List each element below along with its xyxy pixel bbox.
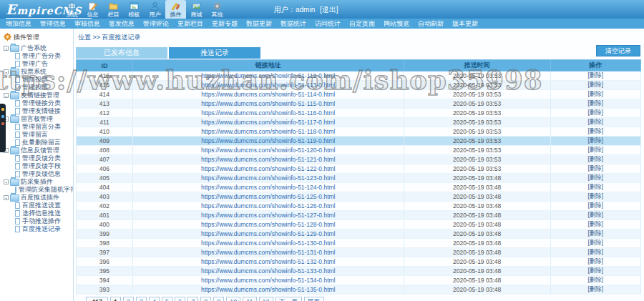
url-link[interactable]: https://www.dumcms.com/showinfo-51-127-0…	[201, 212, 336, 219]
subnav-link[interactable]: 访问统计	[315, 19, 341, 29]
table-row[interactable]: 398https://www.dumcms.com/showinfo-51-13…	[77, 239, 641, 248]
url-link[interactable]: https://www.dumcms.com/showinfo-51-133-0…	[201, 267, 336, 275]
url-link[interactable]: https://www.dumcms.com/showinfo-51-120-0…	[201, 147, 336, 154]
delete-link[interactable]: [删除]	[588, 257, 604, 265]
url-link[interactable]: https://www.dumcms.com/showinfo-51-132-0…	[201, 258, 336, 265]
url-link[interactable]: https://www.dumcms.com/showinfo-51-114-0…	[201, 91, 335, 98]
subnav-link[interactable]: 自动刷新	[418, 19, 444, 29]
page-link[interactable]: 7	[187, 297, 198, 301]
subnav-link[interactable]: 自定页面	[349, 19, 375, 29]
subnav-link[interactable]: 增加信息	[6, 19, 31, 29]
url-link[interactable]: https://www.dumcms.com/showinfo-51-117-0…	[201, 119, 335, 126]
subnav-link[interactable]: 更新栏目	[177, 19, 203, 29]
table-row[interactable]: 399https://www.dumcms.com/showinfo-51-12…	[77, 230, 641, 239]
subnav-link[interactable]: 管理信息	[40, 19, 66, 29]
table-row[interactable]: 394https://www.dumcms.com/showinfo-51-13…	[77, 276, 641, 285]
delete-link[interactable]: [删除]	[588, 118, 604, 125]
delete-link[interactable]: [删除]	[588, 239, 604, 246]
clear-records-button[interactable]: 清空记录	[596, 45, 640, 56]
table-row[interactable]: 410https://www.dumcms.com/showinfo-51-11…	[77, 127, 641, 137]
table-row[interactable]: 414https://www.dumcms.com/showinfo-51-11…	[77, 90, 641, 99]
table-row[interactable]: 397https://www.dumcms.com/showinfo-51-13…	[77, 248, 641, 257]
page-link[interactable]: 8	[200, 297, 211, 301]
tab-push-records[interactable]: 推送记录	[169, 47, 260, 59]
topnav-item-pencil[interactable]: 信息	[82, 0, 103, 19]
subnav-link[interactable]: 审核信息	[74, 19, 100, 29]
page-link[interactable]: 1	[110, 297, 121, 301]
table-row[interactable]: 411https://www.dumcms.com/showinfo-51-11…	[77, 118, 641, 127]
table-row[interactable]: 415https://www.dumcms.com/showinfo-51-11…	[77, 81, 641, 90]
url-link[interactable]: https://www.dumcms.com/showinfo-51-130-0…	[201, 240, 336, 247]
url-link[interactable]: https://www.dumcms.com/showinfo-51-134-0…	[201, 277, 336, 284]
table-row[interactable]: 407https://www.dumcms.com/showinfo-51-12…	[77, 155, 641, 164]
topnav-item-plugin[interactable]: 插件	[165, 0, 186, 19]
delete-link[interactable]: [删除]	[588, 127, 604, 134]
topnav-item-template[interactable]: 模板	[124, 0, 145, 19]
url-link[interactable]: https://www.dumcms.com/showinfo-51-129-0…	[201, 230, 336, 237]
url-link[interactable]: https://www.dumcms.com/showinfo-51-124-0…	[201, 184, 336, 191]
topnav-item-folder[interactable]: 栏目	[103, 0, 124, 19]
url-link[interactable]: https://www.dumcms.com/showinfo-51-121-0…	[201, 156, 336, 163]
subnav-link[interactable]: 版本更新	[452, 19, 478, 29]
table-row[interactable]: 404https://www.dumcms.com/showinfo-51-12…	[77, 183, 641, 192]
collapse-icon[interactable]: -	[4, 69, 9, 74]
last-page-link[interactable]: 尾页	[304, 297, 324, 301]
page-link[interactable]: 11	[243, 297, 256, 301]
logout-link[interactable]: [退出]	[320, 6, 338, 14]
url-link[interactable]: https://www.dumcms.com/showinfo-51-119-0…	[201, 137, 335, 144]
table-row[interactable]: 400https://www.dumcms.com/showinfo-51-12…	[77, 220, 641, 230]
collapse-icon[interactable]: -	[4, 179, 9, 184]
url-link[interactable]: https://www.dumcms.com/showinfo-51-135-0…	[201, 286, 336, 293]
delete-link[interactable]: [删除]	[588, 202, 604, 209]
delete-link[interactable]: [删除]	[588, 285, 604, 292]
delete-link[interactable]: [删除]	[588, 146, 604, 153]
url-link[interactable]: https://www.dumcms.com/showinfo-51-123-0…	[201, 174, 336, 182]
table-row[interactable]: 396https://www.dumcms.com/showinfo-51-13…	[77, 257, 641, 267]
subnav-link[interactable]: 数据统计	[280, 19, 306, 29]
delete-link[interactable]: [删除]	[588, 99, 604, 107]
table-row[interactable]: 405https://www.dumcms.com/showinfo-51-12…	[77, 174, 641, 183]
url-link[interactable]: https://www.dumcms.com/showinfo-51-122-0…	[201, 165, 336, 172]
collapse-icon[interactable]: -	[4, 93, 9, 98]
table-row[interactable]: 409https://www.dumcms.com/showinfo-51-11…	[77, 137, 641, 146]
delete-link[interactable]: [删除]	[588, 109, 604, 116]
next-page-link[interactable]: 下一页	[275, 297, 302, 301]
url-link[interactable]: https://www.dumcms.com/showinfo-51-115-0…	[201, 100, 335, 107]
url-link[interactable]: https://www.dumcms.com/showinfo-51-126-0…	[201, 202, 336, 209]
url-link[interactable]: https://www.dumcms.com/showinfo-51-113-0…	[201, 82, 335, 89]
delete-link[interactable]: [删除]	[588, 248, 604, 255]
topnav-item-picture[interactable]: 商城	[186, 0, 207, 19]
table-row[interactable]: 408https://www.dumcms.com/showinfo-51-12…	[77, 146, 641, 155]
table-row[interactable]: 395https://www.dumcms.com/showinfo-51-13…	[77, 267, 641, 276]
page-link[interactable]: 10	[226, 297, 240, 301]
delete-link[interactable]: [删除]	[588, 71, 604, 79]
delete-link[interactable]: [删除]	[588, 137, 604, 144]
table-row[interactable]: 412https://www.dumcms.com/showinfo-51-11…	[77, 109, 641, 118]
subnav-link[interactable]: 数据更新	[246, 19, 272, 29]
delete-link[interactable]: [删除]	[588, 183, 604, 190]
page-link[interactable]: 5	[162, 297, 172, 301]
delete-link[interactable]: [删除]	[588, 192, 604, 199]
tree-item[interactable]: 百度推送记录	[0, 225, 73, 233]
url-link[interactable]: https://www.dumcms.com/showinfo-51-131-0…	[201, 249, 336, 256]
page-link[interactable]: 2	[123, 297, 134, 301]
delete-link[interactable]: [删除]	[588, 164, 604, 172]
table-row[interactable]: 393https://www.dumcms.com/showinfo-51-13…	[77, 285, 641, 295]
subnav-link[interactable]: 签发信息	[109, 19, 135, 29]
tab-published-info[interactable]: 已发布信息	[76, 47, 167, 59]
topnav-item-globe[interactable]: 系统	[62, 0, 82, 19]
url-link[interactable]: https://www.dumcms.com/showinfo-51-112-0…	[201, 72, 335, 79]
collapse-icon[interactable]: -	[4, 46, 9, 51]
delete-link[interactable]: [删除]	[588, 211, 604, 218]
page-link[interactable]: 4	[149, 297, 160, 301]
url-link[interactable]: https://www.dumcms.com/showinfo-51-118-0…	[201, 128, 335, 135]
topnav-item-user[interactable]: 用户	[145, 0, 165, 19]
delete-link[interactable]: [删除]	[588, 267, 604, 274]
delete-link[interactable]: [删除]	[588, 90, 604, 97]
tree-root[interactable]: 插件管理	[0, 29, 73, 44]
subnav-link[interactable]: 网站预览	[384, 19, 409, 29]
url-link[interactable]: https://www.dumcms.com/showinfo-51-116-0…	[201, 109, 335, 117]
topnav-item-gear[interactable]: 其他	[207, 0, 228, 19]
delete-link[interactable]: [删除]	[588, 155, 604, 162]
subnav-link[interactable]: 更新专题	[212, 19, 238, 29]
